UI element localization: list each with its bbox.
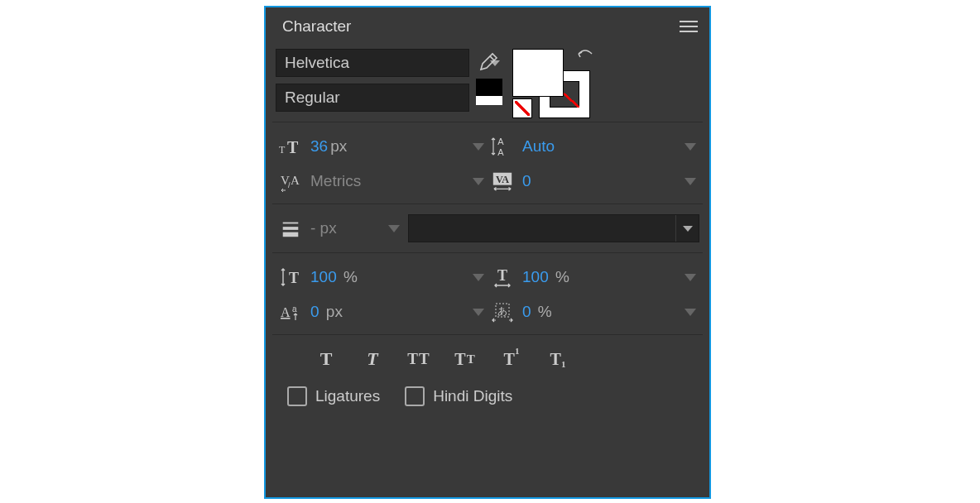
font-size-icon: TT (276, 135, 305, 158)
kerning-stepper[interactable] (469, 164, 488, 199)
leading-value[interactable]: Auto (517, 137, 681, 156)
font-family-input[interactable] (276, 54, 489, 72)
character-panel: Character (264, 6, 711, 499)
leading-stepper[interactable] (681, 129, 699, 164)
faux-italic-button[interactable]: T (355, 347, 390, 371)
svg-text:A: A (281, 305, 291, 319)
tracking-icon: VA (488, 170, 517, 193)
faux-bold-button[interactable]: T (309, 347, 343, 371)
small-caps-button[interactable]: TT (448, 347, 483, 371)
font-family-combo[interactable] (276, 49, 469, 77)
font-size-value[interactable]: 36px (305, 137, 469, 156)
chevron-down-icon (683, 226, 693, 232)
horizontal-scale-icon: T (488, 266, 517, 289)
svg-text:T: T (497, 267, 507, 284)
panel-title: Character (282, 17, 351, 36)
svg-text:a: a (292, 304, 297, 314)
baseline-shift-stepper[interactable] (469, 295, 488, 329)
tsume-field[interactable]: あ 0 % (488, 295, 699, 329)
svg-text:T: T (289, 270, 299, 286)
eyedropper-icon (478, 52, 498, 72)
horizontal-scale-value[interactable]: 100 % (517, 268, 681, 286)
checkbox-box-icon (287, 386, 307, 406)
baseline-shift-value[interactable]: 0 px (305, 303, 469, 321)
font-style-input[interactable] (276, 89, 489, 107)
baseline-shift-field[interactable]: A a 0 px (276, 295, 488, 329)
leading-icon: A A (488, 135, 517, 158)
font-style-combo[interactable] (276, 84, 469, 112)
svg-text:あ: あ (497, 305, 507, 317)
fill-stroke-swatch[interactable] (512, 49, 595, 118)
panel-header: Character (266, 7, 709, 44)
kerning-field[interactable]: V / A Metrics (276, 164, 488, 199)
superscript-button[interactable]: T1 (494, 347, 529, 371)
kerning-value[interactable]: Metrics (305, 172, 469, 190)
horizontal-scale-stepper[interactable] (681, 260, 699, 295)
ligatures-checkbox[interactable]: Ligatures (287, 386, 380, 406)
hindi-digits-checkbox[interactable]: Hindi Digits (405, 386, 512, 406)
tsume-stepper[interactable] (681, 295, 699, 329)
stroke-width-stepper[interactable] (385, 213, 403, 244)
baseline-shift-icon: A a (276, 300, 305, 323)
swap-fill-stroke-icon[interactable] (575, 47, 595, 67)
all-caps-button[interactable]: TT (401, 347, 436, 371)
svg-text:T: T (279, 144, 286, 156)
no-color-icon[interactable] (512, 98, 532, 118)
stroke-style-select[interactable] (408, 214, 699, 242)
tracking-value[interactable]: 0 (517, 172, 681, 190)
svg-text:A: A (497, 137, 504, 146)
vertical-scale-stepper[interactable] (469, 260, 488, 295)
tracking-field[interactable]: VA 0 (488, 164, 699, 199)
eyedropper-button[interactable] (476, 49, 501, 75)
panel-menu-icon[interactable] (680, 17, 698, 36)
stroke-style-dropdown-button[interactable] (675, 215, 699, 242)
svg-text:VA: VA (496, 174, 509, 185)
mini-color-swatch[interactable] (476, 79, 502, 105)
vertical-scale-icon: T (276, 266, 305, 289)
svg-text:A: A (497, 147, 504, 157)
tsume-icon: あ (488, 300, 517, 323)
font-size-field[interactable]: TT 36px (276, 129, 488, 164)
hindi-digits-label: Hindi Digits (433, 387, 512, 405)
svg-text:T: T (287, 138, 299, 156)
subscript-button[interactable]: T1 (540, 347, 575, 371)
vertical-scale-field[interactable]: T 100 % (276, 260, 488, 295)
leading-field[interactable]: A A Auto (488, 129, 699, 164)
stroke-width-value[interactable]: - px (310, 219, 380, 237)
tracking-stepper[interactable] (681, 164, 699, 199)
faux-style-row: T T TT TT T1 T1 (272, 338, 703, 378)
tsume-value[interactable]: 0 % (517, 303, 681, 321)
checkbox-box-icon (405, 386, 425, 406)
fill-color-swatch[interactable] (512, 49, 564, 97)
ligatures-label: Ligatures (315, 387, 380, 405)
svg-text:A: A (291, 174, 300, 187)
kerning-icon: V / A (276, 170, 305, 193)
horizontal-scale-field[interactable]: T 100 % (488, 260, 699, 295)
font-size-stepper[interactable] (469, 129, 488, 164)
stroke-width-icon (276, 218, 305, 239)
vertical-scale-value[interactable]: 100 % (305, 268, 469, 286)
